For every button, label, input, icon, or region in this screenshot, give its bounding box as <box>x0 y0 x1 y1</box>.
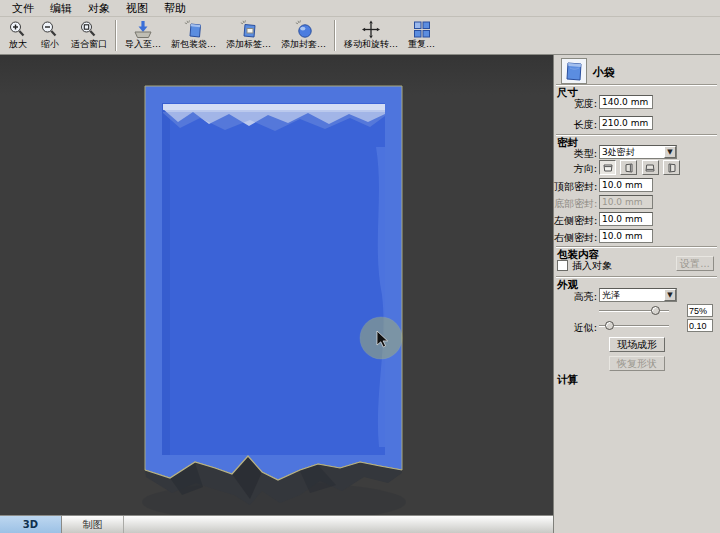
toolbar-group-add: 导入至… 新包装袋… 添加标签… 添加封套… <box>120 18 331 53</box>
move-rotate-button[interactable]: 移动和旋转… <box>339 18 403 53</box>
slider-thumb[interactable] <box>605 321 614 330</box>
menu-object[interactable]: 对象 <box>80 0 118 17</box>
seal-type-label: 类型: <box>554 147 597 161</box>
width-input[interactable] <box>599 95 653 109</box>
zoom-out-button[interactable]: 缩小 <box>34 18 66 53</box>
import-icon <box>132 20 154 39</box>
fit-window-icon <box>78 20 100 39</box>
toolbar-button-label: 导入至… <box>125 39 161 50</box>
chevron-down-icon[interactable]: ▼ <box>664 146 676 158</box>
zoom-out-icon <box>39 20 61 39</box>
length-label: 长度: <box>554 118 597 132</box>
seal-type-dropdown[interactable]: 3处密封 ▼ <box>599 145 677 159</box>
highlight-value: 光泽 <box>600 289 664 302</box>
bag-body <box>162 103 385 455</box>
toolbar: 放大 缩小 适合窗口 导入至… 新包装袋… 添加标签… <box>0 17 720 55</box>
compute-section-title: 计算 <box>557 373 578 387</box>
highlight-label: 高亮: <box>554 290 597 304</box>
repeat-icon <box>411 20 433 39</box>
toolbar-button-label: 移动和旋转… <box>344 39 398 50</box>
insert-object-label: 插入对象 <box>572 259 612 273</box>
new-bag-icon <box>183 20 205 39</box>
highlight-dropdown[interactable]: 光泽 ▼ <box>599 288 677 302</box>
view-tab-bar: 3D 制图 <box>0 515 553 533</box>
toolbar-button-label: 放大 <box>9 39 27 50</box>
toolbar-button-label: 新包装袋… <box>171 39 216 50</box>
seal-direction-3-button[interactable] <box>642 160 659 175</box>
seal-direction-2-button[interactable] <box>620 160 637 175</box>
zoom-in-icon <box>7 20 29 39</box>
toolbar-button-label: 适合窗口 <box>71 39 107 50</box>
bag-3d-render <box>0 55 553 515</box>
app-window: 文件 编辑 对象 视图 帮助 放大 缩小 适合窗口 导入至… <box>0 0 720 533</box>
left-seal-label: 左侧密封: <box>554 214 597 228</box>
seal-direction-label: 方向: <box>554 162 597 176</box>
menu-edit[interactable]: 编辑 <box>42 0 80 17</box>
length-input[interactable] <box>599 116 653 130</box>
tab-drafting[interactable]: 制图 <box>62 516 124 533</box>
top-seal-label: 顶部密封: <box>554 180 597 194</box>
toolbar-button-label: 添加标签… <box>226 39 271 50</box>
seal-type-value: 3处密封 <box>600 146 664 159</box>
toolbar-group-transform: 移动和旋转… 重复… <box>339 18 440 53</box>
gloss-percent-input[interactable] <box>687 304 713 317</box>
top-seal-input[interactable] <box>599 178 653 192</box>
insert-object-checkbox[interactable] <box>557 260 568 271</box>
menu-view[interactable]: 视图 <box>118 0 156 17</box>
properties-panel: 小袋 尺寸 宽度: 长度: 密封 类型: 3处密封 ▼ 方向: 顶部密封: 底部… <box>553 55 720 533</box>
fit-window-button[interactable]: 适合窗口 <box>66 18 112 53</box>
approx-value-input[interactable] <box>687 319 713 332</box>
toolbar-separator <box>334 20 336 51</box>
separator <box>556 276 717 278</box>
menu-file[interactable]: 文件 <box>4 0 42 17</box>
left-seal-input[interactable] <box>599 212 653 226</box>
add-closure-button[interactable]: 添加封套… <box>276 18 331 53</box>
approx-slider[interactable] <box>599 320 669 332</box>
bottom-seal-input <box>599 195 653 209</box>
seal-direction-group <box>599 160 681 175</box>
seal-direction-1-button[interactable] <box>599 160 616 175</box>
right-seal-input[interactable] <box>599 229 653 243</box>
width-label: 宽度: <box>554 97 597 111</box>
add-label-button[interactable]: 添加标签… <box>221 18 276 53</box>
import-to-button[interactable]: 导入至… <box>120 18 166 53</box>
toolbar-button-label: 重复… <box>408 39 435 50</box>
panel-title: 小袋 <box>593 65 615 80</box>
viewport-3d[interactable] <box>0 55 553 515</box>
move-rotate-icon <box>360 20 382 39</box>
restore-shape-button: 恢复形状 <box>609 356 665 371</box>
toolbar-separator <box>115 20 117 51</box>
approx-label: 近似: <box>554 321 597 335</box>
gloss-slider[interactable] <box>599 305 669 317</box>
zoom-in-button[interactable]: 放大 <box>2 18 34 53</box>
brush-cursor <box>360 317 402 359</box>
tab-3d[interactable]: 3D <box>0 516 62 533</box>
settings-button: 设置… <box>676 256 714 271</box>
menu-bar: 文件 编辑 对象 视图 帮助 <box>0 0 720 17</box>
toolbar-button-label: 缩小 <box>41 39 59 50</box>
separator <box>556 134 717 136</box>
toolbar-button-label: 添加封套… <box>281 39 326 50</box>
seal-direction-4-button[interactable] <box>663 160 680 175</box>
menu-help[interactable]: 帮助 <box>156 0 194 17</box>
right-seal-label: 右侧密封: <box>554 231 597 245</box>
repeat-button[interactable]: 重复… <box>403 18 440 53</box>
add-label-icon <box>238 20 260 39</box>
chevron-down-icon[interactable]: ▼ <box>664 289 676 301</box>
new-bag-button[interactable]: 新包装袋… <box>166 18 221 53</box>
bottom-seal-label: 底部密封: <box>554 197 597 211</box>
toolbar-group-zoom: 放大 缩小 适合窗口 <box>2 18 112 53</box>
live-shape-button[interactable]: 现场成形 <box>609 337 665 352</box>
add-closure-icon <box>293 20 315 39</box>
slider-thumb[interactable] <box>651 306 660 315</box>
separator <box>556 84 717 86</box>
pouch-thumbnail-icon <box>561 58 587 84</box>
